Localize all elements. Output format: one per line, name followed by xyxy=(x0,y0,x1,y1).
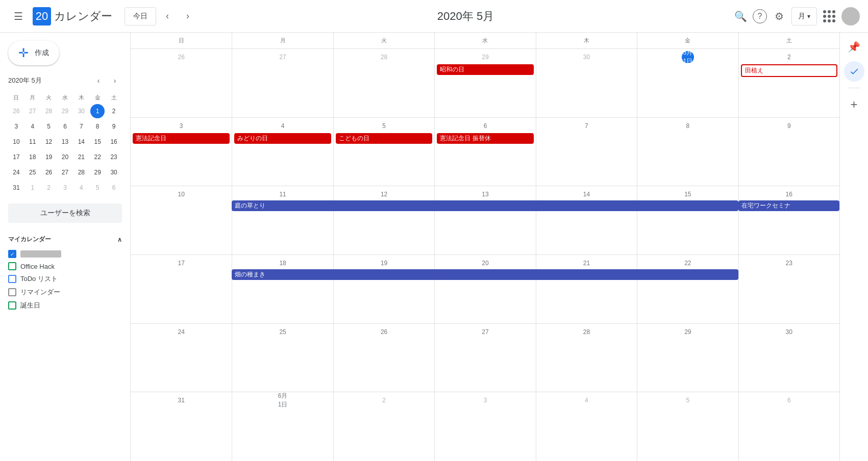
event-kenpo[interactable]: 憲法記念日 xyxy=(133,133,230,144)
calendar-item-todo[interactable]: ToDo リスト xyxy=(8,272,122,286)
mini-day[interactable]: 28 xyxy=(74,165,88,180)
mini-day[interactable]: 30 xyxy=(74,104,88,118)
cal-cell-apr27[interactable]: 27 xyxy=(232,49,333,117)
event-midori[interactable]: みどりの日 xyxy=(234,133,331,144)
today-button[interactable]: 今日 xyxy=(125,7,156,25)
day-number[interactable]: 5 xyxy=(682,394,694,406)
day-number[interactable]: 28 xyxy=(580,326,592,338)
mini-day[interactable]: 4 xyxy=(26,119,40,134)
cal-cell-may9[interactable]: 9 xyxy=(738,118,839,186)
day-number[interactable]: 9 xyxy=(783,120,795,132)
cal-cell-apr26[interactable]: 26 xyxy=(131,49,232,117)
day-number[interactable]: 3 xyxy=(479,394,491,406)
mini-day[interactable]: 27 xyxy=(58,165,72,180)
day-number[interactable]: 4 xyxy=(580,394,592,406)
my-calendars-section[interactable]: マイカレンダー ∧ xyxy=(8,231,122,248)
cal-cell-may20[interactable]: 20 xyxy=(434,255,535,323)
cal-cell-may10[interactable]: 10 xyxy=(131,186,232,254)
mini-day[interactable]: 9 xyxy=(107,119,121,134)
cal-cell-may30[interactable]: 30 xyxy=(738,324,839,392)
cal-cell-may23[interactable]: 23 xyxy=(738,255,839,323)
prev-month-button[interactable]: ‹ xyxy=(158,7,177,25)
calendar-item-office-hack[interactable]: Office Hack xyxy=(8,260,122,272)
cal-cell-may14[interactable]: 14 xyxy=(536,186,637,254)
mini-day-today[interactable]: 1 xyxy=(90,104,105,118)
cal-cell-may16[interactable]: 16 xyxy=(738,186,839,254)
mini-next-button[interactable]: › xyxy=(108,73,122,88)
day-number[interactable]: 13 xyxy=(479,188,491,200)
day-number[interactable]: 5 xyxy=(378,120,390,132)
day-number[interactable]: 22 xyxy=(682,257,694,269)
mini-day[interactable]: 13 xyxy=(58,135,72,149)
event-hatake[interactable]: 畑の種まき xyxy=(232,269,738,280)
mini-day[interactable]: 26 xyxy=(42,165,56,180)
cal-cell-may11[interactable]: 11 xyxy=(232,186,333,254)
cal-cell-may13[interactable]: 13 xyxy=(434,186,535,254)
day-number[interactable]: 16 xyxy=(783,188,795,200)
create-button[interactable]: ✛ 作成 xyxy=(8,41,59,65)
calendar-item-user[interactable]: ✓ xyxy=(8,248,122,260)
event-kenpo-furikae[interactable]: 憲法記念日 振替休 xyxy=(437,133,533,144)
mini-day[interactable]: 17 xyxy=(9,150,23,164)
day-number[interactable]: 25 xyxy=(277,326,289,338)
mini-day[interactable]: 2 xyxy=(107,104,121,118)
mini-day[interactable]: 14 xyxy=(74,135,88,149)
mini-day[interactable]: 28 xyxy=(42,104,56,118)
mini-day[interactable]: 25 xyxy=(26,165,40,180)
mini-day[interactable]: 26 xyxy=(9,104,23,118)
day-number[interactable]: 11 xyxy=(277,188,289,200)
add-icon[interactable]: + xyxy=(844,94,864,115)
mini-day[interactable]: 11 xyxy=(26,135,40,149)
day-number[interactable]: 2 xyxy=(378,394,390,406)
bookmark-icon[interactable]: 📌 xyxy=(844,37,864,57)
cal-cell-jun3[interactable]: 3 xyxy=(434,392,535,461)
cal-cell-may24[interactable]: 24 xyxy=(131,324,232,392)
cal-cell-jun4[interactable]: 4 xyxy=(536,392,637,461)
day-number[interactable]: 26 xyxy=(378,326,390,338)
mini-day[interactable]: 23 xyxy=(107,150,121,164)
day-number[interactable]: 2 xyxy=(783,51,795,63)
cal-cell-may21[interactable]: 21 xyxy=(536,255,637,323)
mini-day[interactable]: 5 xyxy=(42,119,56,134)
user-search-button[interactable]: ユーザーを検索 xyxy=(8,203,122,223)
cal-cell-may3[interactable]: 3 憲法記念日 xyxy=(131,118,232,186)
mini-day[interactable]: 10 xyxy=(9,135,23,149)
cal-cell-jun1[interactable]: 6月 1日 xyxy=(232,392,333,461)
mini-day[interactable]: 3 xyxy=(58,181,72,195)
mini-day[interactable]: 16 xyxy=(107,135,121,149)
cal-cell-may15[interactable]: 15 xyxy=(637,186,738,254)
mini-day[interactable]: 6 xyxy=(58,119,72,134)
day-number[interactable]: 21 xyxy=(580,257,592,269)
cal-cell-may12[interactable]: 12 xyxy=(333,186,434,254)
mini-day[interactable]: 8 xyxy=(90,119,105,134)
event-taue[interactable]: 田植え xyxy=(741,64,837,77)
day-number[interactable]: 27 xyxy=(479,326,491,338)
cal-cell-may18[interactable]: 18 xyxy=(232,255,333,323)
day-number[interactable]: 6 xyxy=(783,394,795,406)
cal-cell-may5[interactable]: 5 こどもの日 xyxy=(333,118,434,186)
day-number[interactable]: 18 xyxy=(277,257,289,269)
mini-day[interactable]: 5 xyxy=(90,181,105,195)
mini-day[interactable]: 12 xyxy=(42,135,56,149)
cal-cell-may4[interactable]: 4 みどりの日 xyxy=(232,118,333,186)
mini-day[interactable]: 6 xyxy=(107,181,121,195)
day-number[interactable]: 4 xyxy=(277,120,289,132)
mini-day[interactable]: 27 xyxy=(26,104,40,118)
cal-cell-may29[interactable]: 29 xyxy=(637,324,738,392)
search-icon[interactable]: 🔍 xyxy=(730,6,751,27)
cal-cell-may2[interactable]: 2 田植え xyxy=(738,49,839,117)
cal-cell-may31[interactable]: 31 xyxy=(131,392,232,461)
day-number[interactable]: 8 xyxy=(682,120,694,132)
apps-grid-icon[interactable] xyxy=(819,6,839,27)
mini-day[interactable]: 24 xyxy=(9,165,23,180)
calendar-item-birthday[interactable]: 誕生日 xyxy=(8,299,122,312)
user-avatar[interactable] xyxy=(841,7,860,25)
mini-day[interactable]: 15 xyxy=(90,135,105,149)
day-number[interactable]: 27 xyxy=(277,51,289,63)
cal-cell-may7[interactable]: 7 xyxy=(536,118,637,186)
cal-cell-jun5[interactable]: 5 xyxy=(637,392,738,461)
day-number[interactable]: 17 xyxy=(175,257,187,269)
mini-day[interactable]: 19 xyxy=(42,150,56,164)
cal-cell-jun2[interactable]: 2 xyxy=(333,392,434,461)
mini-day[interactable]: 4 xyxy=(74,181,88,195)
